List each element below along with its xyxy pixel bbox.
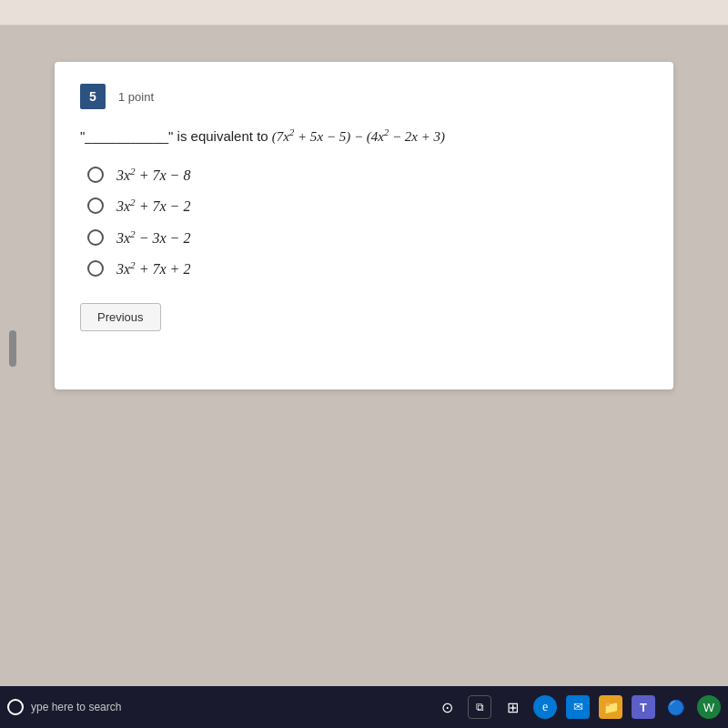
option-b-text: 3x2 + 7x − 2 (116, 197, 190, 215)
radio-b[interactable] (87, 197, 104, 214)
scroll-indicator (9, 330, 16, 367)
folder-icon[interactable]: 📁 (599, 695, 622, 719)
search-circle-icon (7, 699, 24, 715)
teams-icon[interactable]: T (632, 695, 655, 719)
option-c[interactable]: 3x2 − 3x − 2 (87, 228, 644, 247)
question-points: 1 point (118, 90, 154, 104)
radio-d[interactable] (87, 260, 104, 277)
task-view-icon[interactable]: ⧉ (468, 695, 491, 719)
previous-button[interactable]: Previous (80, 303, 161, 331)
top-bar (0, 0, 728, 25)
options-list: 3x2 + 7x − 8 3x2 + 7x − 2 3x2 − 3x − 2 3… (87, 166, 644, 278)
option-d[interactable]: 3x2 + 7x + 2 (87, 259, 644, 278)
taskbar: ype here to search ⊙ ⧉ ⊞ e ✉ 📁 T 🔵 W (0, 686, 728, 728)
option-d-text: 3x2 + 7x + 2 (116, 259, 190, 278)
question-number: 5 (80, 84, 106, 109)
option-a[interactable]: 3x2 + 7x − 8 (87, 166, 644, 184)
question-header: 5 1 point (80, 84, 644, 109)
windows-logo-icon[interactable]: ⊞ (500, 695, 524, 719)
taskbar-icons: ⊙ ⧉ ⊞ e ✉ 📁 T 🔵 W (435, 695, 721, 719)
option-c-text: 3x2 − 3x − 2 (116, 228, 190, 247)
whatsapp-icon[interactable]: W (697, 695, 721, 719)
radio-a[interactable] (87, 167, 104, 183)
option-a-text: 3x2 + 7x − 8 (116, 166, 190, 184)
math-expression: (7x2 + 5x − 5) − (4x2 − 2x + 3) (272, 129, 445, 144)
question-card: 5 1 point "___________" is equivalent to… (55, 62, 673, 389)
edge-icon[interactable]: e (533, 695, 557, 719)
chrome-icon[interactable]: 🔵 (664, 695, 688, 719)
taskbar-search-text[interactable]: ype here to search (27, 701, 121, 713)
radio-c[interactable] (87, 229, 104, 246)
windows-search-icon[interactable]: ⊙ (435, 695, 459, 719)
main-content: 5 1 point "___________" is equivalent to… (0, 25, 728, 672)
question-text: "___________" is equivalent to (7x2 + 5x… (80, 126, 644, 147)
option-b[interactable]: 3x2 + 7x − 2 (87, 197, 644, 215)
mail-icon[interactable]: ✉ (566, 695, 590, 719)
